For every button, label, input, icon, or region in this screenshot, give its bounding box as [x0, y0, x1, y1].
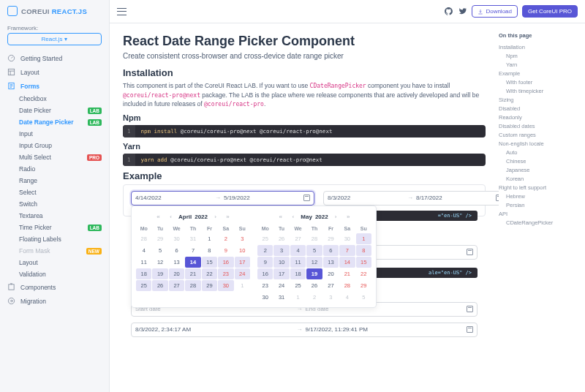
calendar-day[interactable]: 21	[339, 268, 355, 279]
calendar-day[interactable]: 3	[323, 292, 339, 303]
calendar-day[interactable]: 18	[290, 268, 306, 279]
sidebar-item-date-picker[interactable]: Date PickerLAB	[19, 105, 109, 116]
calendar-day[interactable]: 3	[235, 233, 250, 244]
calendar-day[interactable]: 16	[257, 268, 273, 279]
calendar-day[interactable]: 28	[136, 233, 151, 244]
calendar-icon[interactable]	[496, 195, 499, 201]
sidebar-item-components[interactable]: Components	[0, 280, 109, 294]
calendar-day[interactable]: 30	[257, 292, 273, 303]
month-label[interactable]: May	[301, 214, 312, 220]
calendar-day[interactable]: 19	[152, 268, 167, 279]
toc-link[interactable]: Disabled	[499, 104, 579, 113]
sidebar-item-multi-select[interactable]: Multi SelectPRO	[19, 151, 109, 163]
calendar-day[interactable]: 12	[306, 257, 322, 268]
date-range-input-2[interactable]: →	[323, 191, 499, 206]
sidebar-item-select[interactable]: Select	[19, 186, 109, 198]
calendar-day[interactable]: 14	[339, 257, 355, 268]
calendar-day[interactable]: 8	[356, 245, 371, 256]
calendar-day[interactable]: 15	[202, 257, 217, 268]
sidebar-item-input[interactable]: Input	[19, 128, 109, 140]
calendar-day[interactable]: 10	[273, 257, 289, 268]
calendar-day[interactable]: 26	[152, 280, 167, 291]
calendar-day[interactable]: 3	[273, 245, 289, 256]
toc-link[interactable]: With timepicker	[499, 86, 579, 95]
calendar-day[interactable]: 26	[273, 233, 289, 244]
calendar-day[interactable]: 6	[169, 245, 184, 256]
sidebar-item-radio[interactable]: Radio	[19, 163, 109, 175]
calendar-day[interactable]: 31	[185, 233, 200, 244]
calendar-day[interactable]: 24	[235, 268, 250, 279]
year-label[interactable]: 2022	[195, 214, 208, 220]
prev-month-button[interactable]: ‹	[288, 212, 298, 222]
calendar-day[interactable]: 5	[306, 245, 322, 256]
calendar-day[interactable]: 11	[136, 257, 151, 268]
calendar-day[interactable]: 9	[257, 257, 273, 268]
logo[interactable]: COREUI REACT.JS	[0, 0, 109, 22]
sidebar-item-floating-labels[interactable]: Floating Labels	[19, 233, 109, 245]
calendar-day[interactable]: 23	[218, 268, 233, 279]
calendar-day[interactable]: 2	[257, 245, 273, 256]
calendar-day[interactable]: 6	[323, 245, 339, 256]
calendar-day[interactable]: 19	[306, 268, 322, 279]
toc-link[interactable]: Disabled dates	[499, 121, 579, 130]
calendar-day[interactable]: 20	[169, 268, 184, 279]
calendar-day[interactable]: 18	[136, 268, 151, 279]
toc-link[interactable]: Yarn	[499, 60, 579, 69]
toc-link[interactable]: Korean	[499, 174, 579, 183]
calendar-day[interactable]: 4	[339, 292, 355, 303]
calendar-day[interactable]: 11	[290, 257, 306, 268]
sidebar-item-range[interactable]: Range	[19, 175, 109, 186]
download-button[interactable]: Download	[472, 5, 518, 18]
sidebar-item-getting-started[interactable]: Getting Started	[0, 51, 109, 65]
start-datetime-input[interactable]	[135, 326, 294, 333]
calendar-day[interactable]: 20	[323, 268, 339, 279]
prev-year-button[interactable]: «	[154, 212, 163, 222]
calendar-day[interactable]: 29	[202, 280, 217, 291]
next-year-button[interactable]: »	[223, 212, 233, 222]
calendar-day[interactable]: 4	[290, 245, 306, 256]
month-label[interactable]: April	[178, 214, 192, 220]
toc-link[interactable]: Custom ranges	[499, 130, 579, 139]
start-date-input[interactable]	[328, 195, 404, 201]
calendar-day[interactable]: 5	[152, 245, 167, 256]
toc-link[interactable]: Readonly	[499, 113, 579, 121]
calendar-day[interactable]: 14	[185, 257, 200, 268]
sidebar-item-validation[interactable]: Validation	[19, 268, 109, 280]
twitter-icon[interactable]	[458, 7, 467, 16]
calendar-day[interactable]: 15	[356, 257, 371, 268]
toc-link[interactable]: Right to left support	[499, 183, 579, 192]
toc-link[interactable]: Chinese	[499, 157, 579, 165]
calendar-day[interactable]: 29	[356, 280, 371, 291]
next-month-button[interactable]: ›	[331, 212, 341, 222]
calendar-day[interactable]: 4	[136, 245, 151, 256]
calendar-day[interactable]: 1	[202, 233, 217, 244]
date-range-input-1[interactable]: →	[131, 191, 314, 206]
calendar-day[interactable]: 10	[235, 245, 250, 256]
calendar-day[interactable]: 27	[323, 280, 339, 291]
calendar-day[interactable]: 25	[257, 233, 273, 244]
toc-link[interactable]: Sizing	[499, 95, 579, 104]
sidebar-item-date-range-picker[interactable]: Date Range PickerLAB	[19, 116, 109, 128]
toc-link[interactable]: With footer	[499, 78, 579, 86]
github-icon[interactable]	[444, 7, 453, 16]
calendar-day[interactable]: 13	[169, 257, 184, 268]
calendar-day[interactable]: 25	[290, 280, 306, 291]
calendar-day[interactable]: 17	[235, 257, 250, 268]
calendar-day[interactable]: 30	[169, 233, 184, 244]
calendar-day[interactable]: 8	[202, 245, 217, 256]
calendar-day[interactable]: 13	[323, 257, 339, 268]
calendar-day[interactable]: 28	[306, 233, 322, 244]
calendar-day[interactable]: 2	[218, 233, 233, 244]
toc-link[interactable]: Installation	[499, 42, 579, 51]
sidebar-item-time-picker[interactable]: Time PickerLAB	[19, 222, 109, 233]
calendar-day[interactable]: 23	[257, 280, 273, 291]
end-datetime-input[interactable]	[306, 326, 464, 333]
menu-toggle-button[interactable]	[117, 8, 127, 15]
sidebar-item-layout[interactable]: Layout	[19, 257, 109, 268]
calendar-day[interactable]: 30	[218, 280, 233, 291]
year-label[interactable]: 2022	[315, 214, 328, 220]
yarn-code-block[interactable]: 1 yarn add @coreui/coreui-pro@next @core…	[123, 154, 486, 166]
calendar-day[interactable]: 27	[290, 233, 306, 244]
calendar-icon[interactable]	[303, 195, 310, 201]
calendar-day[interactable]: 1	[235, 280, 250, 291]
